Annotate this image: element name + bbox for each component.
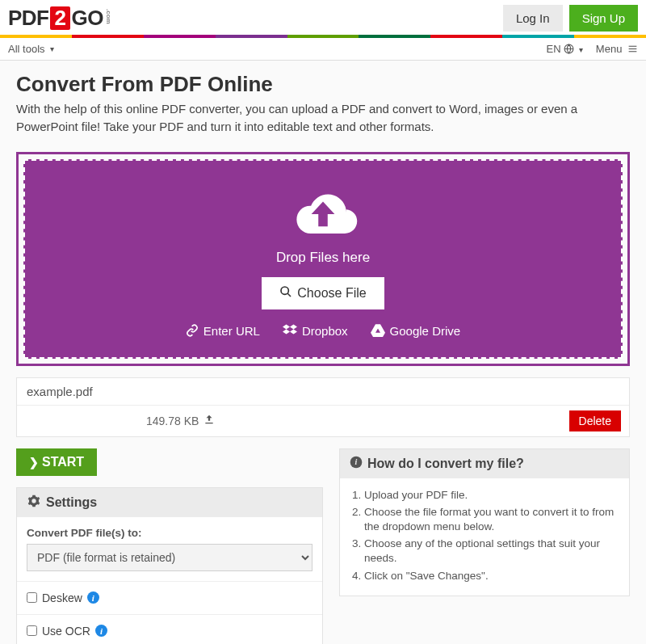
gears-icon xyxy=(27,495,41,511)
help-header-label: How do I convert my file? xyxy=(367,457,524,471)
chevron-right-icon: ❯ xyxy=(29,456,39,469)
enter-url-label: Enter URL xyxy=(203,324,260,338)
chevron-down-icon: ▾ xyxy=(579,45,583,54)
info-circle-icon: i xyxy=(350,456,363,472)
use-ocr-checkbox[interactable] xyxy=(27,625,37,636)
file-name: example.pdf xyxy=(17,378,629,406)
all-tools-dropdown[interactable]: All tools ▾ xyxy=(8,43,54,55)
settings-panel: Settings Convert PDF file(s) to: PDF (fi… xyxy=(16,487,323,645)
globe-icon xyxy=(564,43,574,55)
login-button[interactable]: Log In xyxy=(503,5,563,32)
use-ocr-label: Use OCR xyxy=(42,625,90,638)
logo-text-go: GO xyxy=(71,6,103,31)
dropbox-icon xyxy=(283,324,297,337)
dropzone-text: Drop Files here xyxy=(41,250,605,266)
start-label: START xyxy=(42,455,84,469)
upload-icon xyxy=(203,414,215,427)
signup-button[interactable]: Sign Up xyxy=(569,5,638,32)
svg-line-5 xyxy=(287,293,291,297)
google-drive-icon xyxy=(371,324,385,337)
menu-label: Menu xyxy=(596,43,623,55)
menu-button[interactable]: Menu xyxy=(596,43,638,55)
chevron-down-icon: ▾ xyxy=(50,44,54,53)
info-icon[interactable]: i xyxy=(87,591,99,604)
uploaded-file-row: example.pdf 149.78 KB Delete xyxy=(16,377,630,437)
deskew-label: Deskew xyxy=(42,591,82,604)
help-step: Choose the file format you want to conve… xyxy=(364,505,619,534)
convert-to-label: Convert PDF file(s) to: xyxy=(27,527,313,539)
choose-file-label: Choose File xyxy=(297,286,366,301)
file-dropzone[interactable]: Drop Files here Choose File Enter URL Dr… xyxy=(23,159,623,359)
logo-text-two: 2 xyxy=(50,6,71,31)
dropbox-label: Dropbox xyxy=(302,324,348,338)
choose-file-button[interactable]: Choose File xyxy=(262,277,384,309)
svg-text:i: i xyxy=(355,457,358,466)
convert-to-select[interactable]: PDF (file format is retained) xyxy=(27,544,313,571)
info-icon[interactable]: i xyxy=(95,625,107,637)
logo-text-pdf: PDF xyxy=(8,6,49,31)
help-step: Upload your PDF file. xyxy=(364,488,619,503)
decorative-color-bar xyxy=(0,35,646,38)
link-icon xyxy=(186,324,199,337)
google-drive-link[interactable]: Google Drive xyxy=(371,324,461,338)
logo-text-com: .com xyxy=(105,9,112,24)
file-size: 149.78 KB xyxy=(146,414,215,427)
page-subtitle: With the help of this online PDF convert… xyxy=(16,100,630,136)
upload-cloud-icon xyxy=(41,183,605,245)
settings-header-label: Settings xyxy=(46,495,97,510)
start-button[interactable]: ❯ START xyxy=(16,448,97,476)
all-tools-label: All tools xyxy=(8,43,45,55)
help-panel: i How do I convert my file? Upload your … xyxy=(339,448,630,596)
enter-url-link[interactable]: Enter URL xyxy=(186,324,260,338)
svg-point-4 xyxy=(281,287,288,294)
language-selector[interactable]: EN ▾ xyxy=(547,43,583,55)
language-label: EN xyxy=(547,43,561,55)
dropbox-link[interactable]: Dropbox xyxy=(283,324,348,338)
deskew-checkbox[interactable] xyxy=(27,592,37,603)
search-icon xyxy=(279,285,292,301)
hamburger-icon xyxy=(625,43,638,55)
site-logo[interactable]: PDF 2 GO .com xyxy=(8,6,112,31)
google-drive-label: Google Drive xyxy=(390,324,461,338)
page-title: Convert From PDF Online xyxy=(16,72,630,97)
help-step: Choose any of the optional settings that… xyxy=(364,537,619,566)
help-step: Click on "Save Changes". xyxy=(364,569,619,583)
delete-file-button[interactable]: Delete xyxy=(569,410,621,431)
